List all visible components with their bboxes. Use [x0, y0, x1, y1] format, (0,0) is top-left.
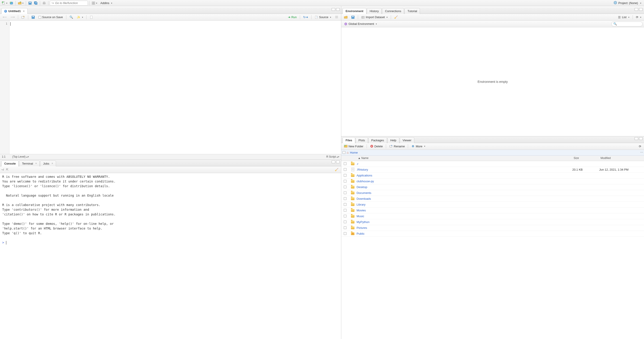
file-name[interactable]: Downloads [356, 197, 572, 200]
print-button[interactable] [42, 1, 47, 5]
console-popout-button[interactable]: ⇱ [5, 167, 10, 172]
load-workspace-button[interactable] [342, 15, 349, 20]
file-row[interactable]: Applications [341, 173, 644, 178]
outline-button[interactable] [334, 15, 340, 20]
addins-menu[interactable]: Addins [98, 1, 114, 5]
tab-console[interactable]: Console [1, 161, 18, 166]
minimize-pane-button[interactable] [332, 161, 335, 163]
file-name[interactable]: Pictures [356, 226, 572, 230]
source-editor[interactable]: 1 [0, 20, 341, 154]
more-button[interactable]: More [410, 144, 427, 149]
file-name[interactable]: MyPython [356, 220, 572, 224]
file-row[interactable]: Library [341, 202, 644, 208]
file-name[interactable]: clubhouse-py [356, 180, 572, 183]
file-row[interactable]: Documents [341, 190, 644, 196]
breadcrumb-more-button[interactable]: ⋯ [640, 150, 643, 154]
row-checkbox[interactable] [344, 186, 346, 188]
maximize-pane-button[interactable] [639, 8, 643, 11]
breadcrumb-home[interactable]: Home [350, 151, 358, 154]
row-checkbox[interactable] [344, 180, 346, 182]
open-file-button[interactable] [17, 1, 24, 5]
close-tab-button[interactable]: × [35, 162, 37, 165]
tab-terminal[interactable]: Terminal× [19, 161, 40, 166]
clear-env-button[interactable]: 🧹 [393, 15, 399, 20]
grid-view-button[interactable] [91, 1, 98, 5]
file-row[interactable]: Desktop [341, 184, 644, 190]
file-row[interactable]: MyPython [341, 219, 644, 225]
row-checkbox[interactable] [344, 221, 346, 223]
maximize-pane-button[interactable] [639, 137, 643, 140]
close-tab-button[interactable]: × [52, 162, 53, 165]
file-row[interactable]: .Rhistory20.1 KBJun 12, 2021, 1:34 PM [341, 167, 644, 173]
tab-packages[interactable]: Packages [368, 137, 387, 143]
row-checkbox[interactable] [344, 174, 346, 177]
file-row[interactable]: Public [341, 231, 644, 237]
file-name[interactable]: Applications [356, 174, 572, 177]
rerun-button[interactable]: ↻➔ [302, 15, 310, 20]
col-modified[interactable]: Modified [599, 157, 644, 160]
file-name[interactable]: .r [356, 162, 572, 165]
refresh-env-button[interactable]: ⟳ [634, 15, 643, 20]
save-all-button[interactable] [33, 1, 38, 5]
row-checkbox[interactable] [344, 232, 346, 235]
file-name[interactable]: Public [356, 232, 572, 235]
file-name[interactable]: .Rhistory [356, 168, 572, 171]
row-checkbox[interactable] [344, 162, 346, 165]
new-file-button[interactable] [1, 1, 8, 5]
file-row[interactable]: clubhouse-py [341, 178, 644, 184]
file-row[interactable]: Movies [341, 208, 644, 213]
maximize-pane-button[interactable] [336, 8, 340, 11]
run-button[interactable]: ➔ Run [286, 15, 298, 20]
nav-forward-button[interactable]: ⟶ [9, 15, 16, 20]
scope-selector[interactable]: (Top Level) [6, 155, 326, 158]
save-button[interactable] [27, 1, 33, 5]
refresh-files-button[interactable]: ⟳ [638, 144, 643, 149]
row-checkbox[interactable] [344, 191, 346, 194]
source-on-save-toggle[interactable]: Source on Save [37, 15, 64, 20]
close-tab-button[interactable]: × [23, 10, 25, 13]
file-name[interactable]: Music [356, 215, 572, 218]
import-dataset-button[interactable]: Import Dataset [360, 15, 389, 20]
tab-connections[interactable]: Connections [382, 8, 404, 14]
source-tab-untitled1[interactable]: R Untitled1 × [1, 8, 28, 14]
minimize-pane-button[interactable] [332, 8, 335, 11]
rename-button[interactable]: Rename [388, 144, 406, 149]
file-row[interactable]: Pictures [341, 225, 644, 231]
new-project-button[interactable] [9, 1, 14, 5]
minimize-pane-button[interactable] [634, 8, 638, 11]
col-size[interactable]: Size [572, 157, 599, 160]
compile-report-button[interactable] [88, 15, 94, 20]
select-all-checkbox[interactable] [342, 151, 345, 154]
file-row[interactable]: .r [341, 161, 644, 167]
source-button[interactable]: Source [313, 15, 332, 20]
clear-console-button[interactable]: 🧹 [334, 167, 340, 172]
file-name[interactable]: Documents [356, 191, 572, 195]
code-body[interactable] [10, 20, 341, 154]
console-output[interactable]: R is free software and comes with ABSOLU… [0, 173, 341, 339]
save-workspace-button[interactable] [350, 15, 356, 20]
find-button[interactable]: 🔍 [68, 15, 74, 20]
save-source-button[interactable] [30, 15, 36, 20]
minimize-pane-button[interactable] [634, 137, 638, 140]
project-menu[interactable]: Project: (None) [612, 1, 643, 5]
row-checkbox[interactable] [344, 209, 346, 212]
tab-files[interactable]: Files [342, 137, 355, 143]
tab-jobs[interactable]: Jobs× [40, 161, 56, 166]
nav-back-button[interactable]: ⟵ [1, 15, 8, 20]
tab-tutorial[interactable]: Tutorial [404, 8, 420, 14]
row-checkbox[interactable] [344, 215, 346, 217]
file-row[interactable]: Downloads [341, 196, 644, 202]
file-row[interactable]: Music [341, 213, 644, 219]
tab-environment[interactable]: Environment [342, 8, 366, 14]
goto-file-function-input[interactable]: ↪ Go to file/function [50, 1, 88, 5]
file-name[interactable]: Movies [356, 209, 572, 212]
file-name[interactable]: Library [356, 203, 572, 206]
row-checkbox[interactable] [344, 168, 346, 171]
row-checkbox[interactable] [344, 197, 346, 200]
env-search-input[interactable]: 🔍 [611, 21, 643, 26]
tab-plots[interactable]: Plots [356, 137, 368, 143]
file-type-selector[interactable]: R Script [326, 155, 339, 158]
file-name[interactable]: Desktop [356, 185, 572, 189]
tab-help[interactable]: Help [388, 137, 399, 143]
new-folder-button[interactable]: New Folder [342, 144, 364, 149]
